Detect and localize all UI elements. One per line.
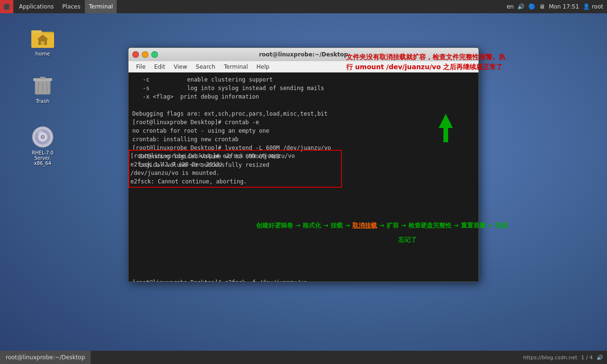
terminal-content[interactable]: -c enable clustering support -s log into… [129, 73, 478, 282]
taskbar-bottom-right: https://blog.csdn.net 1 / 4 🔊 [523, 355, 607, 361]
svg-marker-21 [439, 114, 453, 142]
svg-rect-7 [41, 41, 45, 45]
annotation-orange-text: 取消挂载 [352, 222, 377, 229]
terminal-menu[interactable]: Terminal [85, 0, 117, 13]
desktop-icon-trash[interactable]: Trash [24, 73, 62, 104]
desktop-icon-dvd[interactable]: RHEL-7.0 Server. x86_64 [24, 126, 62, 166]
close-button[interactable] [132, 51, 139, 58]
page-indicator: 1 / 4 [581, 355, 593, 361]
terminal-title: root@linuxprobe:~/Desktop [259, 51, 348, 58]
trash-bin-icon [31, 73, 54, 96]
volume-bottom-icon[interactable]: 🔊 [597, 355, 603, 361]
edit-menu[interactable]: Edit [150, 62, 169, 72]
url-label: https://blog.csdn.net [523, 355, 577, 361]
taskbar-top-right: en 🔊 🔵 🖥 Mon 17:51 👤 root [506, 3, 607, 10]
trash-icon-label: Trash [36, 98, 49, 104]
app-logo[interactable]: ⬛ [0, 0, 13, 13]
user-label: 👤 root [583, 3, 603, 10]
help-menu[interactable]: Help [253, 62, 273, 72]
bluetooth-icon[interactable]: 🔵 [528, 3, 535, 10]
annotation-arrow [436, 114, 455, 144]
file-menu[interactable]: File [132, 62, 149, 72]
terminal-text-2: [root@linuxprobe Desktop]# e2fsck -f /de… [132, 278, 475, 282]
window-controls [132, 51, 158, 58]
folder-icon [31, 26, 54, 49]
dvd-disc-icon [31, 126, 54, 148]
dvd-icon-label: RHEL-7.0 Server. x86_64 [24, 150, 62, 166]
applications-menu[interactable]: Applications [15, 0, 57, 13]
display-icon[interactable]: 🖥 [539, 3, 545, 10]
home-icon-label: home [35, 51, 50, 57]
lang-indicator: en [506, 3, 514, 10]
top-menu: Applications Places Terminal [13, 0, 117, 13]
desktop-icon-home[interactable]: home [24, 26, 62, 57]
annotation-red-content: 文件夹没有取消挂载就扩容，检查文件完整性报警。执行 umount /dev/ju… [346, 53, 506, 71]
places-menu[interactable]: Places [58, 0, 84, 13]
annotation-green-flow: 创建好逻辑卷 → 格式化 → 挂载 → 取消挂载 → 扩容 → 检查硬盘完整性 … [256, 220, 598, 230]
active-task[interactable]: root@linuxprobe:~/Desktop [0, 351, 91, 364]
minimize-button[interactable] [142, 51, 148, 58]
svg-point-19 [42, 136, 44, 138]
svg-text:⬛: ⬛ [3, 3, 10, 10]
annotation-red-text: 文件夹没有取消挂载就扩容，检查文件完整性报警。执行 umount /dev/ju… [346, 52, 507, 72]
terminal-window: root@linuxprobe:~/Desktop File Edit View… [128, 47, 479, 282]
forgot-text: 忘记了 [398, 236, 417, 243]
annotation-forgot: 忘记了 [398, 235, 417, 244]
taskbar-top: ⬛ Applications Places Terminal en 🔊 🔵 🖥 … [0, 0, 607, 13]
error-highlight-box: [root@linuxprobe Desktop]# e2fsck /dev/j… [129, 150, 342, 188]
terminal-menu-item[interactable]: Terminal [220, 62, 252, 72]
datetime: Mon 17:51 [549, 3, 579, 10]
search-menu[interactable]: Search [192, 62, 219, 72]
error-text: [root@linuxprobe Desktop]# e2fsck /dev/j… [130, 152, 340, 186]
taskbar-bottom: root@linuxprobe:~/Desktop https://blog.c… [0, 351, 607, 364]
view-menu[interactable]: View [170, 62, 191, 72]
volume-icon[interactable]: 🔊 [517, 3, 524, 10]
maximize-button[interactable] [151, 51, 158, 58]
svg-rect-11 [40, 77, 46, 79]
